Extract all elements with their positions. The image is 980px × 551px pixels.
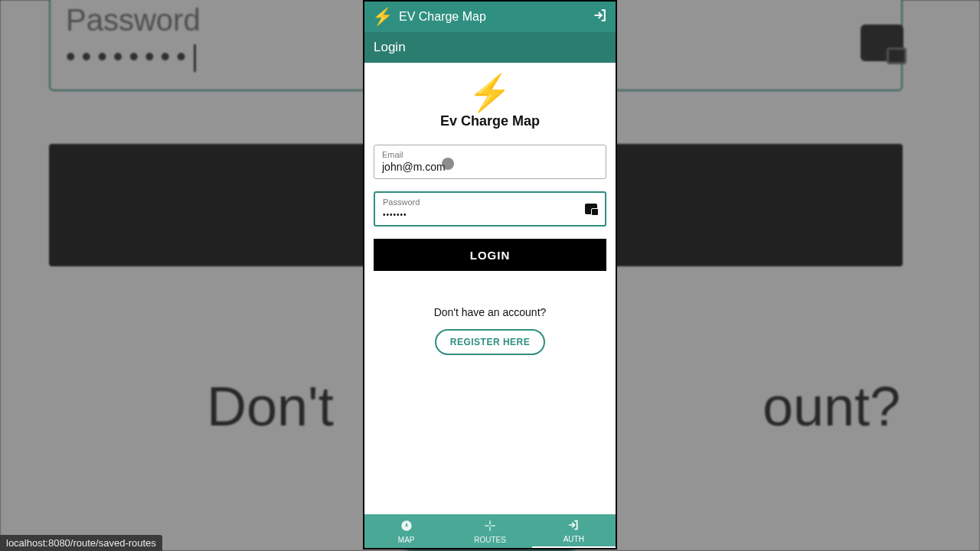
email-label: Email — [382, 150, 598, 159]
nav-routes[interactable]: ROUTES — [448, 516, 531, 548]
svg-rect-2 — [489, 520, 490, 524]
nav-routes-label: ROUTES — [474, 536, 506, 544]
login-nav-icon — [567, 519, 580, 533]
routes-icon — [484, 520, 496, 534]
app-title: EV Charge Map — [399, 10, 586, 24]
bottom-nav: MAP ROUTES AUTH — [364, 514, 616, 548]
logo-title: Ev Charge Map — [440, 113, 540, 129]
nav-auth-label: AUTH — [564, 535, 584, 543]
compass-icon — [400, 520, 413, 534]
register-prompt: Don't have an account? — [434, 306, 547, 318]
nav-map-label: MAP — [398, 536, 415, 544]
login-content: ⚡ Ev Charge Map Email Password LOGIN Don… — [364, 63, 616, 514]
nav-map[interactable]: MAP — [364, 516, 448, 548]
password-field-wrapper[interactable]: Password — [374, 191, 606, 227]
page-subtitle: Login — [374, 40, 406, 55]
password-input[interactable] — [383, 210, 597, 219]
browser-status-tooltip: localhost:8080/route/saved-routes — [0, 535, 162, 551]
register-button[interactable]: REGISTER HERE — [435, 329, 546, 355]
nav-auth[interactable]: AUTH — [532, 516, 616, 548]
touch-pointer-icon — [442, 158, 454, 170]
svg-rect-4 — [491, 525, 495, 526]
svg-rect-5 — [489, 527, 490, 530]
password-label: Password — [383, 197, 597, 207]
page-subheader: Login — [364, 32, 616, 63]
bolt-icon: ⚡ — [372, 8, 393, 25]
logo-block: ⚡ Ev Charge Map — [440, 75, 540, 129]
logout-icon[interactable] — [593, 8, 608, 27]
email-input[interactable] — [382, 161, 598, 173]
svg-rect-3 — [485, 525, 488, 526]
app-topbar: ⚡ EV Charge Map — [364, 2, 616, 32]
password-manager-icon[interactable] — [585, 204, 597, 214]
login-button[interactable]: LOGIN — [374, 239, 606, 271]
email-field-wrapper[interactable]: Email — [374, 145, 606, 179]
bolt-logo-icon: ⚡ — [440, 75, 540, 110]
mobile-preview-frame: ⚡ EV Charge Map Login ⚡ Ev Charge Map Em… — [363, 0, 617, 549]
